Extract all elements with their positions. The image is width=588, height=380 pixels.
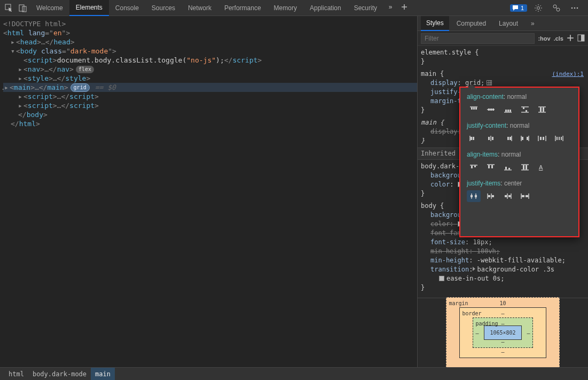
svg-rect-60 bbox=[505, 167, 507, 169]
svg-rect-51 bbox=[559, 137, 560, 140]
tab-console[interactable]: Console bbox=[109, 0, 145, 16]
more-tabs-icon[interactable]: » bbox=[383, 0, 397, 14]
justify-items-options bbox=[467, 190, 572, 202]
justify-items-stretch-icon[interactable] bbox=[518, 190, 532, 202]
align-items-center-icon[interactable] bbox=[484, 161, 498, 173]
justify-content-between-icon[interactable] bbox=[518, 133, 532, 144]
flex-badge[interactable]: flex bbox=[76, 66, 94, 73]
justify-content-around-icon[interactable] bbox=[535, 133, 549, 144]
align-content-start-icon[interactable] bbox=[467, 104, 481, 115]
svg-rect-69 bbox=[471, 195, 473, 197]
row-actions-icon[interactable]: ... bbox=[0, 83, 5, 92]
svg-rect-17 bbox=[490, 108, 492, 111]
svg-rect-70 bbox=[475, 195, 477, 197]
svg-rect-57 bbox=[488, 165, 490, 168]
grid-editor-icon[interactable] bbox=[487, 80, 492, 86]
box-model-diagram[interactable]: margin 10 border – padding – – – – 1065×… bbox=[418, 298, 588, 367]
svg-point-6 bbox=[571, 7, 573, 9]
svg-rect-18 bbox=[492, 108, 494, 111]
tab-sources[interactable]: Sources bbox=[145, 0, 182, 16]
svg-rect-74 bbox=[492, 195, 494, 197]
align-content-end-icon[interactable] bbox=[501, 104, 515, 115]
selected-node-main[interactable]: ... ▸<main>…</main>grid== $0 bbox=[3, 83, 417, 92]
svg-rect-25 bbox=[523, 107, 524, 109]
experiments-icon[interactable] bbox=[550, 1, 563, 15]
align-content-stretch-icon[interactable] bbox=[535, 104, 549, 115]
hov-toggle[interactable]: :hov bbox=[538, 35, 550, 42]
svg-rect-38 bbox=[507, 137, 509, 140]
svg-rect-14 bbox=[475, 107, 477, 110]
main-tabs: Welcome Elements Console Sources Network… bbox=[30, 0, 411, 16]
issues-badge[interactable]: 1 bbox=[510, 4, 527, 12]
justify-content-center-icon[interactable] bbox=[484, 133, 498, 144]
svg-rect-61 bbox=[508, 168, 510, 169]
svg-rect-35 bbox=[488, 137, 490, 140]
svg-rect-52 bbox=[561, 137, 562, 140]
align-content-options bbox=[467, 104, 572, 115]
tab-application[interactable]: Application bbox=[303, 0, 348, 16]
svg-rect-46 bbox=[540, 137, 542, 140]
align-content-center-icon[interactable] bbox=[484, 104, 498, 115]
breadcrumb-html[interactable]: html bbox=[4, 368, 28, 380]
align-items-stretch-icon[interactable] bbox=[518, 161, 532, 173]
tab-elements[interactable]: Elements bbox=[69, 0, 109, 16]
tab-performance[interactable]: Performance bbox=[218, 0, 268, 16]
subtab-computed[interactable]: Computed bbox=[451, 16, 491, 31]
svg-rect-20 bbox=[505, 110, 507, 112]
rule-source-link[interactable]: (index):1 bbox=[552, 69, 584, 79]
breadcrumb-main[interactable]: main bbox=[91, 368, 115, 380]
svg-rect-26 bbox=[526, 110, 527, 112]
bezier-editor-icon[interactable] bbox=[439, 276, 444, 281]
justify-content-start-icon[interactable] bbox=[467, 133, 481, 144]
justify-content-end-icon[interactable] bbox=[501, 133, 515, 144]
svg-rect-12 bbox=[471, 107, 473, 110]
more-subtabs-icon[interactable]: » bbox=[526, 16, 540, 31]
svg-rect-36 bbox=[492, 137, 493, 140]
align-items-end-icon[interactable] bbox=[501, 161, 515, 173]
svg-point-8 bbox=[577, 7, 578, 9]
cls-toggle[interactable]: .cls bbox=[554, 35, 563, 42]
tab-security[interactable]: Security bbox=[348, 0, 383, 16]
top-toolbar: Welcome Elements Console Sources Network… bbox=[0, 0, 588, 16]
elements-breadcrumb: html body.dark-mode main bbox=[0, 367, 588, 380]
issues-count: 1 bbox=[521, 5, 524, 11]
svg-rect-50 bbox=[556, 137, 558, 140]
tab-network[interactable]: Network bbox=[182, 0, 218, 16]
justify-items-end-icon[interactable] bbox=[501, 190, 515, 202]
svg-rect-77 bbox=[505, 195, 507, 197]
svg-point-7 bbox=[574, 7, 576, 9]
align-items-baseline-icon[interactable]: A bbox=[535, 161, 549, 173]
subtab-styles[interactable]: Styles bbox=[421, 16, 449, 31]
tab-memory[interactable]: Memory bbox=[268, 0, 303, 16]
justify-items-center-icon[interactable] bbox=[467, 190, 481, 202]
svg-rect-39 bbox=[509, 137, 511, 140]
settings-icon[interactable] bbox=[531, 1, 545, 15]
popover-arrow-icon bbox=[468, 84, 475, 88]
inspect-element-icon[interactable] bbox=[2, 1, 16, 15]
device-toolbar-icon[interactable] bbox=[16, 1, 30, 15]
computed-toggle-icon[interactable] bbox=[577, 34, 585, 43]
svg-rect-32 bbox=[471, 137, 472, 140]
svg-rect-13 bbox=[473, 107, 475, 110]
styles-filter-input[interactable] bbox=[421, 33, 535, 44]
tab-welcome[interactable]: Welcome bbox=[30, 0, 69, 16]
add-tab-icon[interactable] bbox=[397, 0, 411, 14]
svg-point-3 bbox=[537, 6, 540, 9]
breadcrumb-body[interactable]: body.dark-mode bbox=[28, 368, 91, 380]
align-content-between-icon[interactable] bbox=[518, 104, 532, 115]
svg-rect-22 bbox=[509, 110, 511, 112]
new-style-rule-icon[interactable] bbox=[567, 34, 574, 43]
expand-shorthand-icon[interactable] bbox=[473, 267, 475, 271]
svg-rect-58 bbox=[491, 165, 493, 168]
kebab-menu-icon[interactable] bbox=[568, 1, 582, 15]
grid-badge[interactable]: grid bbox=[70, 83, 90, 92]
grid-alignment-popover: align-content: normal justify-content: n… bbox=[459, 87, 579, 237]
svg-rect-30 bbox=[543, 107, 544, 112]
toolbar-right: 1 bbox=[510, 1, 586, 15]
justify-items-start-icon[interactable] bbox=[484, 190, 498, 202]
align-items-start-icon[interactable] bbox=[467, 161, 481, 173]
elements-dom-tree[interactable]: <!DOCTYPE html> <html lang="en"> ▸<head>… bbox=[0, 16, 417, 367]
justify-content-evenly-icon[interactable] bbox=[552, 133, 566, 144]
svg-rect-73 bbox=[488, 195, 490, 197]
subtab-layout[interactable]: Layout bbox=[493, 16, 523, 31]
